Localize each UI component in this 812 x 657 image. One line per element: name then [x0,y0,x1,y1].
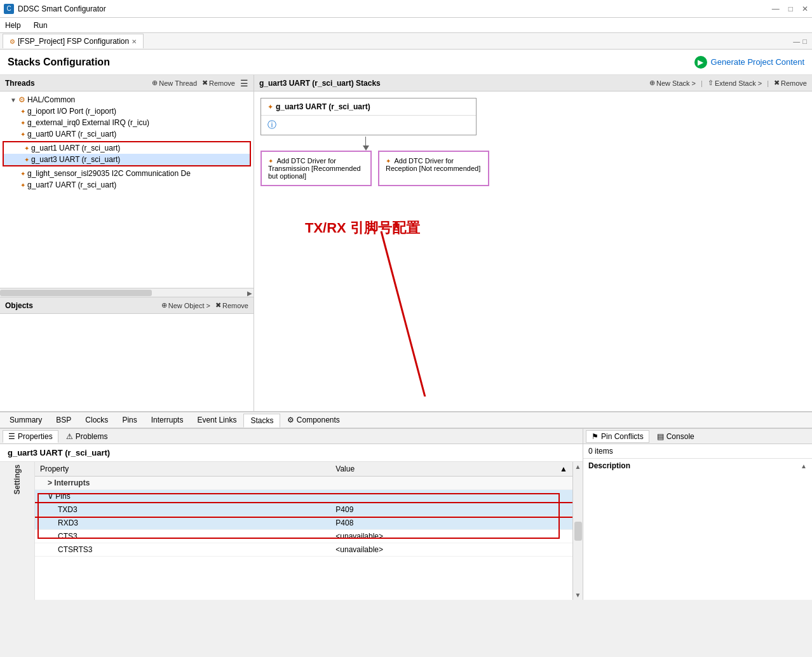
scroll-down-arrow[interactable]: ▼ [574,590,583,600]
main-panels: Threads ⊕ New Thread ✖ Remove ☰ ▼ [0,75,812,412]
tree-item-hal-common[interactable]: ▼ ⚙ HAL/Common [0,94,254,105]
app-icon: C [4,4,14,14]
threads-remove-button[interactable]: ✖ Remove [202,79,235,87]
menu-bar: Help Run [0,18,812,33]
main-stack-block[interactable]: ✦ g_uart3 UART (r_sci_uart) ⓘ [261,98,477,135]
tab-stacks[interactable]: Stacks [243,414,280,428]
new-stack-button[interactable]: ⊕ New Stack > [649,79,696,87]
window-minimize[interactable]: — [772,4,780,13]
page-title: Stacks Configuration [8,57,110,68]
tab-problems[interactable]: ⚠ Problems [61,431,113,442]
annotation-text: TX/RX 引脚号配置 [305,219,420,238]
window-close[interactable]: ✕ [802,4,808,13]
threads-panel-title: Threads [5,79,35,88]
objects-list [0,314,254,411]
menu-help[interactable]: Help [3,20,24,31]
threads-scrollbar-thumb[interactable] [0,290,152,296]
new-thread-button[interactable]: ⊕ New Thread [152,79,197,87]
tab-console[interactable]: ▤ Console [652,431,700,442]
tree-item-irq0[interactable]: ✦ g_external_irq0 External IRQ (r_icu) [0,117,254,128]
tab-minimize-icon[interactable]: — [793,37,800,45]
tree-item-light-sensor[interactable]: ✦ g_light_sensor_isl29035 I2C Communicat… [0,168,254,179]
tab-interrupts[interactable]: Interrupts [144,413,191,427]
remove-icon: ✖ [202,79,208,87]
optional-blocks-row: ✦ Add DTC Driver for Transmission [Recom… [261,151,806,186]
objects-remove-button[interactable]: ✖ Remove [215,301,248,309]
window-maximize[interactable]: □ [788,4,793,13]
tab-pin-conflicts[interactable]: ⚑ Pin Conflicts [586,430,649,443]
prop-pins-label: ∨ Pins [35,490,330,503]
prop-ctsrts3-value[interactable]: <unavailable> [330,543,555,557]
optional-block-rx[interactable]: ✦ Add DTC Driver for Reception [Not reco… [378,151,489,186]
tree-item-ioport[interactable]: ✦ g_ioport I/O Port (r_ioport) [0,105,254,117]
prop-row-txd3[interactable]: TXD3 P409 [35,503,572,517]
annotation-arrow [254,180,521,396]
sort-icon[interactable]: ▲ [560,464,567,473]
new-object-icon: ⊕ [161,301,167,309]
tab-components[interactable]: ⚙ Components [280,413,346,427]
fsp-config-tab[interactable]: ⚙ [FSP_Project] FSP Configuration ✕ [3,34,144,48]
page-header: Stacks Configuration ▶ Generate Project … [0,50,812,75]
tab-properties[interactable]: ☰ Properties [3,430,58,443]
light-sensor-icon: ✦ [20,170,25,177]
tab-close-icon[interactable]: ✕ [132,38,137,45]
prop-rxd3-label: RXD3 [35,517,330,530]
new-thread-icon: ⊕ [152,79,158,87]
scroll-thumb[interactable] [574,522,582,541]
tab-event-links[interactable]: Event Links [190,413,243,427]
menu-run[interactable]: Run [31,20,50,31]
properties-table-container: Property Value ▲ > Interrupts [35,462,572,600]
tree-item-uart7[interactable]: ✦ g_uart7 UART (r_sci_uart) [0,179,254,191]
tree-item-uart3[interactable]: ✦ g_uart3 UART (r_sci_uart) [4,154,250,165]
threads-actions: ⊕ New Thread ✖ Remove ☰ [152,78,248,88]
prop-cts3-value[interactable]: <unavailable> [330,530,555,543]
objects-actions: ⊕ New Object > ✖ Remove [161,301,248,309]
tab-window-controls: — □ [793,37,807,45]
prop-txd3-label: TXD3 [35,503,330,517]
prop-row-cts3[interactable]: CTS3 <unavailable> [35,530,572,543]
tree-item-uart0[interactable]: ✦ g_uart0 UART (r_sci_uart) [0,128,254,140]
extend-stack-button[interactable]: ⇧ Extend Stack > [708,79,762,87]
prop-row-interrupts[interactable]: > Interrupts [35,477,572,490]
scroll-up-arrow[interactable]: ▲ [574,462,583,471]
prop-scrollbar[interactable]: ▲ ▼ [572,462,583,600]
threads-menu-icon[interactable]: ☰ [240,78,248,88]
editor-tab-bar: ⚙ [FSP_Project] FSP Configuration ✕ — □ [0,33,812,50]
prop-row-rxd3[interactable]: RXD3 P408 [35,517,572,530]
objects-panel: Objects ⊕ New Object > ✖ Remove [0,297,254,411]
pin-description-header: Description ▲ [583,458,812,473]
optional-block-tx[interactable]: ✦ Add DTC Driver for Transmission [Recom… [261,151,372,186]
threads-scrollbar-container[interactable]: ▶ [0,288,254,297]
tab-clocks[interactable]: Clocks [78,413,115,427]
tab-summary[interactable]: Summary [3,413,49,427]
prop-rxd3-value[interactable]: P408 [330,517,555,530]
generate-project-content-button[interactable]: ▶ Generate Project Content [694,56,804,69]
stacks-remove-button[interactable]: ✖ Remove [774,79,807,87]
console-icon: ▤ [657,432,664,441]
tab-restore-icon[interactable]: □ [802,37,807,45]
scroll-right-arrow[interactable]: ▶ [246,288,254,298]
properties-panel: ☰ Properties ⚠ Problems g_uart3 UART (r_… [0,429,583,600]
threads-panel-header: Threads ⊕ New Thread ✖ Remove ☰ [0,75,254,91]
settings-sidebar: Settings [0,462,35,600]
new-stack-icon: ⊕ [649,79,655,87]
problems-icon: ⚠ [66,432,73,441]
sort-asc-icon[interactable]: ▲ [801,463,807,470]
prop-txd3-value[interactable]: P409 [330,503,555,517]
components-icon: ⚙ [287,416,294,424]
prop-row-pins-group[interactable]: ∨ Pins [35,490,572,503]
new-object-button[interactable]: ⊕ New Object > [161,301,210,309]
prop-cts3-label: CTS3 [35,530,330,543]
settings-label: Settings [13,464,22,494]
prop-row-ctsrts3[interactable]: CTSRTS3 <unavailable> [35,543,572,557]
stacks-content: ✦ g_uart3 UART (r_sci_uart) ⓘ ✦ Add DTC … [254,91,812,411]
stacks-panel-header: g_uart3 UART (r_sci_uart) Stacks ⊕ New S… [254,75,812,91]
title-bar: C DDSC Smart Configurator — □ ✕ [0,0,812,18]
prop-col-property: Property [35,462,330,477]
tab-pins[interactable]: Pins [115,413,144,427]
tab-bsp[interactable]: BSP [49,413,78,427]
tree-item-uart1[interactable]: ✦ g_uart1 UART (r_sci_uart) [4,142,250,154]
app-title: DDSC Smart Configurator [18,4,106,13]
pin-conflicts-panel: ⚑ Pin Conflicts ▤ Console 0 items Descri… [583,429,812,600]
optional-block-rx-icon: ✦ [386,158,391,165]
